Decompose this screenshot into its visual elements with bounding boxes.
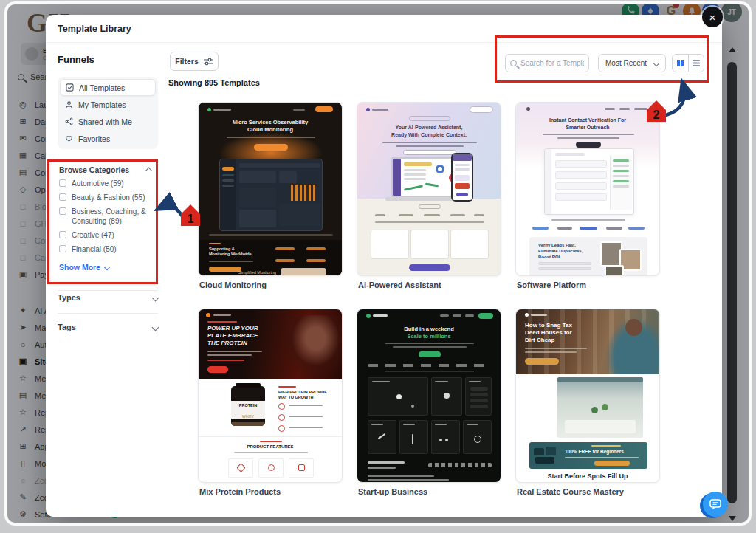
template-card-ai-assistant[interactable]: Your AI-Powered Assistant, Ready With Co… [357, 102, 501, 276]
filters-button[interactable]: Filters [170, 52, 219, 71]
template-scope-nav: All Templates My Templates Shared with M… [58, 77, 158, 149]
feature-tile [368, 377, 428, 416]
template-title[interactable]: Start-up Business [358, 487, 503, 496]
testimonial-card [450, 230, 489, 259]
tags-accordion[interactable]: Tags [58, 323, 158, 331]
nav-all-templates[interactable]: All Templates [60, 79, 156, 96]
annotation-box-categories [47, 159, 158, 284]
template-card-real-estate[interactable]: How to Snag TaxDeed Houses forDirt Cheap [515, 309, 660, 483]
feature-tile [431, 377, 462, 416]
app-window: GH G JT Blan Call Searc ◎ [4, 1, 752, 526]
testimonial-card [410, 230, 449, 259]
feature-tile [431, 420, 460, 454]
feature-section: Verify Leads Fast,Eliminate Duplicates,B… [529, 237, 647, 276]
template-thumbnail: How to Snag TaxDeed Houses forDirt Cheap [516, 309, 659, 482]
dashboard-mockup [219, 159, 323, 231]
annotation-box-search [495, 35, 709, 83]
feature-tile [465, 377, 492, 416]
feature-tile [368, 420, 396, 454]
nav-favorites[interactable]: Favorites [60, 130, 156, 147]
app-mockup [544, 148, 634, 215]
nav-my-templates[interactable]: My Templates [60, 96, 156, 113]
chat-widget-button[interactable] [703, 492, 728, 517]
types-accordion[interactable]: Types [58, 293, 158, 302]
chevron-down-icon [152, 294, 159, 301]
template-card-software-platform[interactable]: Instant Contact Verification For Smarter… [515, 102, 660, 276]
chevron-down-icon [152, 323, 159, 331]
share-icon [65, 117, 73, 125]
divider [58, 290, 158, 291]
course-screenshot [557, 377, 643, 438]
divider [58, 313, 158, 314]
sliders-icon [203, 58, 213, 66]
testimonial-card [371, 230, 409, 259]
template-thumbnail: Instant Contact Verification For Smarter… [516, 103, 659, 275]
feature-tile [463, 420, 492, 454]
results-count: Showing 895 Templates [168, 78, 260, 87]
hero-photo [603, 314, 659, 374]
template-title[interactable]: Mix Protein Products [199, 487, 344, 496]
template-title[interactable]: Software Platform [517, 281, 662, 289]
template-title[interactable]: Cloud Monitoring [199, 281, 344, 289]
check-square-icon [66, 83, 74, 92]
close-icon[interactable]: × [702, 7, 723, 27]
modal-title: Template Library [58, 24, 131, 34]
free-banner: 100% FREE for Beginners [529, 442, 647, 469]
template-thumbnail: Your AI-Powered Assistant, Ready With Co… [357, 103, 501, 275]
template-library-modal: Template Library Funnels Filters All Tem… [46, 15, 722, 517]
chat-bubble-icon [709, 498, 722, 511]
nav-shared-with-me[interactable]: Shared with Me [60, 113, 156, 130]
feature-tile [399, 420, 428, 454]
phone-mockup [451, 153, 473, 202]
template-thumbnail: Micro Services Observability Cloud Monit… [199, 103, 342, 275]
template-title[interactable]: Real Estate Course Mastery [517, 487, 662, 496]
section-title: Funnels [58, 54, 94, 65]
template-card-cloud-monitoring[interactable]: Micro Services Observability Cloud Monit… [198, 102, 343, 276]
template-thumbnail: POWER UP YOURPLATE EMBRACETHE PROTEIN PR… [199, 309, 342, 482]
cta-text: Start Before Spots Fill Up [516, 472, 659, 480]
person-icon [65, 100, 73, 109]
heart-icon [65, 134, 73, 142]
template-card-startup[interactable]: Build in a weekend Scale to millions [357, 309, 501, 483]
template-thumbnail: Build in a weekend Scale to millions [357, 309, 501, 482]
protein-jar: PROTEINWHEY [231, 386, 265, 426]
template-title[interactable]: AI-Powered Assistant [358, 281, 503, 289]
template-card-mix-protein[interactable]: POWER UP YOURPLATE EMBRACETHE PROTEIN PR… [198, 309, 343, 483]
